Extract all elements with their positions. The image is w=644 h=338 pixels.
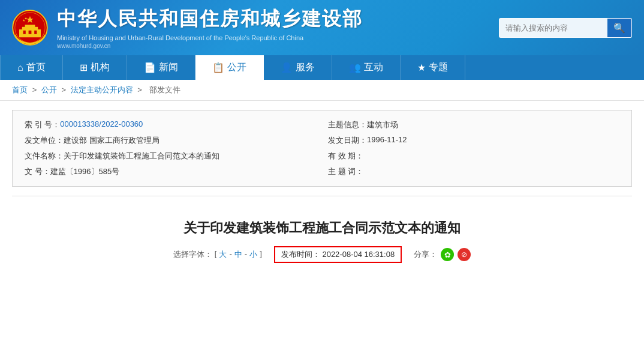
nav-item-public[interactable]: 📋 公开 bbox=[195, 55, 264, 80]
special-icon: ★ bbox=[417, 62, 426, 73]
meta-docno-row: 文 号： 建监〔1996〕585号 bbox=[25, 166, 316, 177]
svg-rect-7 bbox=[34, 31, 37, 34]
breadcrumb-sep-3: > bbox=[137, 85, 144, 94]
publish-time-box: 发布时间： 2022-08-04 16:31:08 bbox=[274, 246, 402, 263]
service-icon: 👤 bbox=[281, 62, 293, 73]
font-sep-1: - bbox=[229, 249, 231, 260]
wechat-icon: ✿ bbox=[444, 250, 451, 259]
site-website: www.mohurd.gov.cn bbox=[57, 43, 363, 49]
meta-date-value: 1996-11-12 bbox=[367, 135, 407, 146]
meta-docno-label: 文 号： bbox=[25, 166, 50, 177]
meta-validity-row: 有 效 期： bbox=[328, 151, 619, 161]
meta-filename-value: 关于印发建筑装饰工程施工合同范文本的通知 bbox=[64, 151, 219, 161]
svg-rect-6 bbox=[29, 31, 32, 34]
meta-issuer-row: 发文单位： 建设部 国家工商行政管理局 bbox=[25, 135, 316, 146]
institution-icon: ⊞ bbox=[80, 62, 88, 73]
breadcrumb-home[interactable]: 首页 bbox=[12, 85, 28, 94]
nav-label-interaction: 互动 bbox=[364, 61, 383, 74]
site-title-cn: 中华人民共和国住房和城乡建设部 bbox=[57, 6, 363, 32]
meta-keyword-row: 主 题 词： bbox=[328, 166, 619, 177]
share-label: 分享： bbox=[414, 249, 437, 260]
meta-issuer-value: 建设部 国家工商行政管理局 bbox=[64, 135, 160, 146]
content-divider bbox=[12, 196, 632, 196]
nav-item-special[interactable]: ★ 专题 bbox=[401, 55, 465, 80]
meta-right: 主题信息： 建筑市场 发文日期： 1996-11-12 有 效 期： 主 题 词… bbox=[328, 119, 619, 177]
content-area: 关于印发建筑装饰工程施工合同示范文本的通知 选择字体： [ 大 - 中 - 小 … bbox=[0, 201, 644, 290]
breadcrumb: 首页 > 公开 > 法定主动公开内容 > 部发文件 bbox=[0, 80, 644, 101]
nav-label-public: 公开 bbox=[227, 61, 246, 74]
share-area: 分享： ✿ ⊘ bbox=[414, 248, 471, 261]
meta-issuer-label: 发文单位： bbox=[25, 135, 64, 146]
meta-filename-row: 文件名称： 关于印发建筑装饰工程施工合同范文本的通知 bbox=[25, 151, 316, 161]
interaction-icon: 👥 bbox=[349, 62, 361, 73]
header-left: 中华人民共和国住房和城乡建设部 Ministry of Housing and … bbox=[12, 6, 363, 49]
nav-item-institution[interactable]: ⊞ 机构 bbox=[63, 55, 127, 80]
public-icon: 📋 bbox=[212, 62, 224, 73]
breadcrumb-legal[interactable]: 法定主动公开内容 bbox=[71, 85, 133, 94]
site-title-block: 中华人民共和国住房和城乡建设部 Ministry of Housing and … bbox=[57, 6, 363, 49]
page-header: 中华人民共和国住房和城乡建设部 Ministry of Housing and … bbox=[0, 0, 644, 55]
meta-filename-label: 文件名称： bbox=[25, 151, 64, 161]
nav-item-news[interactable]: 📄 新闻 bbox=[127, 55, 195, 80]
meta-docno-value: 建监〔1996〕585号 bbox=[50, 166, 120, 177]
svg-rect-4 bbox=[25, 25, 35, 28]
meta-index-label: 索 引 号： bbox=[25, 119, 60, 130]
nav-label-institution: 机构 bbox=[91, 61, 110, 74]
home-icon: ⌂ bbox=[17, 62, 23, 73]
breadcrumb-sep-2: > bbox=[61, 85, 68, 94]
nav-label-home: 首页 bbox=[26, 61, 46, 74]
meta-index-row: 索 引 号： 000013338/2022-00360 bbox=[25, 119, 316, 130]
font-small[interactable]: 小 bbox=[249, 249, 257, 260]
font-medium[interactable]: 中 bbox=[234, 249, 242, 260]
news-icon: 📄 bbox=[144, 62, 156, 73]
meta-validity-label: 有 效 期： bbox=[328, 151, 363, 161]
meta-left: 索 引 号： 000013338/2022-00360 发文单位： 建设部 国家… bbox=[25, 119, 316, 177]
main-nav: ⌂ 首页 ⊞ 机构 📄 新闻 📋 公开 👤 服务 👥 互动 ★ 专题 bbox=[0, 55, 644, 80]
share-wechat-button[interactable]: ✿ bbox=[441, 248, 454, 261]
nav-label-news: 新闻 bbox=[159, 61, 178, 74]
weibo-icon: ⊘ bbox=[461, 250, 467, 259]
meta-date-row: 发文日期： 1996-11-12 bbox=[328, 135, 619, 146]
article-title: 关于印发建筑装饰工程施工合同示范文本的通知 bbox=[12, 219, 632, 237]
breadcrumb-current: 部发文件 bbox=[149, 85, 180, 94]
font-sep-2: - bbox=[245, 249, 247, 260]
font-size-control: 选择字体： [ 大 - 中 - 小 ] bbox=[173, 249, 262, 260]
publish-label: 发布时间： bbox=[281, 250, 320, 259]
search-button[interactable]: 🔍 bbox=[607, 19, 631, 37]
header-right: 🔍 bbox=[499, 18, 632, 38]
font-bracket-close: ] bbox=[260, 249, 262, 260]
publish-time: 2022-08-04 16:31:08 bbox=[322, 250, 395, 259]
nav-label-special: 专题 bbox=[429, 61, 448, 74]
nav-label-service: 服务 bbox=[296, 61, 315, 74]
nav-item-home[interactable]: ⌂ 首页 bbox=[0, 55, 63, 80]
article-meta-bar: 选择字体： [ 大 - 中 - 小 ] 发布时间： 2022-08-04 16:… bbox=[12, 246, 632, 263]
font-large[interactable]: 大 bbox=[219, 249, 227, 260]
search-box[interactable]: 🔍 bbox=[499, 18, 632, 38]
site-title-en: Ministry of Housing and Urban-Rural Deve… bbox=[57, 34, 363, 41]
meta-date-label: 发文日期： bbox=[328, 135, 367, 146]
search-input[interactable] bbox=[499, 20, 607, 36]
share-weibo-button[interactable]: ⊘ bbox=[458, 248, 471, 261]
nav-item-service[interactable]: 👤 服务 bbox=[264, 55, 332, 80]
meta-topic-value: 建筑市场 bbox=[367, 119, 398, 130]
nav-item-interaction[interactable]: 👥 互动 bbox=[332, 55, 401, 80]
meta-index-value: 000013338/2022-00360 bbox=[60, 119, 143, 130]
document-meta: 索 引 号： 000013338/2022-00360 发文单位： 建设部 国家… bbox=[12, 110, 632, 187]
svg-rect-5 bbox=[23, 31, 26, 34]
national-emblem bbox=[12, 10, 48, 46]
meta-topic-row: 主题信息： 建筑市场 bbox=[328, 119, 619, 130]
meta-keyword-label: 主 题 词： bbox=[328, 166, 363, 177]
font-label: 选择字体： bbox=[173, 249, 212, 260]
breadcrumb-public[interactable]: 公开 bbox=[41, 85, 57, 94]
font-bracket-open: [ bbox=[215, 249, 217, 260]
breadcrumb-sep-1: > bbox=[32, 85, 39, 94]
meta-topic-label: 主题信息： bbox=[328, 119, 367, 130]
